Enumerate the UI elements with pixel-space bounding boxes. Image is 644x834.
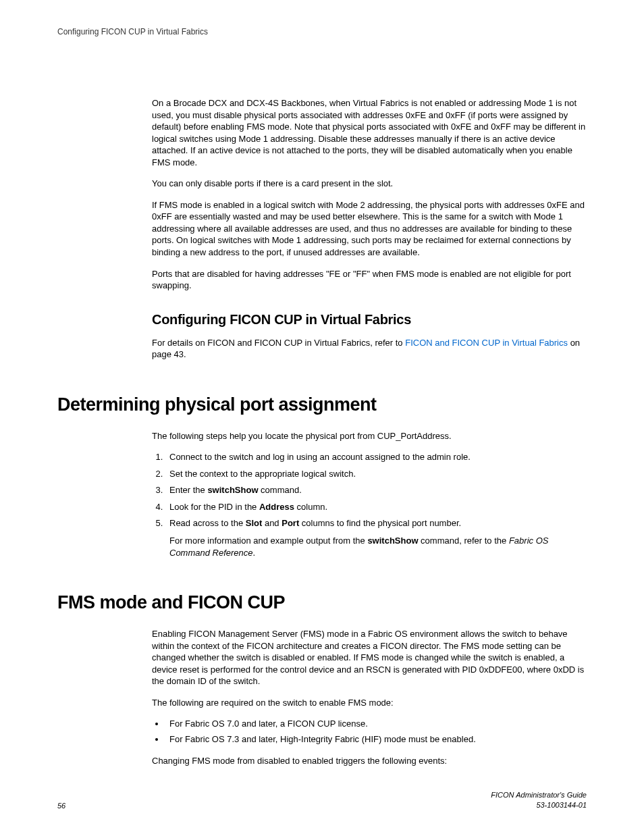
paragraph: If FMS mode is enabled in a logical swit… (152, 199, 587, 259)
section-heading-determining: Determining physical port assignment (57, 394, 587, 415)
paragraph: For details on FICON and FICON CUP in Vi… (152, 337, 587, 361)
text: and (262, 518, 281, 528)
step-5: Read across to the Slot and Port columns… (165, 517, 587, 558)
text: Read across to the (169, 518, 246, 528)
paragraph: Enabling FICON Management Server (FMS) m… (152, 628, 587, 687)
page-number: 56 (57, 802, 65, 810)
step-3: Enter the switchShow command. (165, 484, 587, 496)
text: column. (294, 502, 327, 512)
steps-list: Connect to the switch and log in using a… (152, 451, 587, 558)
paragraph: The following steps help you locate the … (152, 430, 587, 442)
text: . (253, 548, 256, 558)
column-name: Port (281, 518, 299, 528)
paragraph: Ports that are disabled for having addre… (152, 268, 587, 292)
text: Enter the (169, 485, 207, 495)
paragraph: You can only disable ports if there is a… (152, 178, 587, 190)
section-heading-fms: FMS mode and FICON CUP (57, 592, 587, 613)
section-heading-config: Configuring FICON CUP in Virtual Fabrics (152, 312, 587, 328)
footer-doc-info: FICON Administrator's Guide 53-1003144-0… (491, 790, 587, 810)
body-content: On a Brocade DCX and DCX-4S Backbones, w… (57, 97, 587, 766)
page-footer: 56 FICON Administrator's Guide 53-100314… (57, 790, 587, 810)
text: Look for the PID in the (169, 502, 259, 512)
doc-id: 53-1003144-01 (491, 800, 587, 810)
text: command. (259, 485, 302, 495)
text: For details on FICON and FICON CUP in Vi… (152, 338, 405, 348)
page-container: Configuring FICON CUP in Virtual Fabrics… (0, 0, 644, 834)
doc-title: FICON Administrator's Guide (491, 790, 587, 800)
step-note: For more information and example output … (169, 535, 587, 558)
paragraph: The following are required on the switch… (152, 697, 587, 709)
paragraph: On a Brocade DCX and DCX-4S Backbones, w… (152, 97, 587, 168)
running-header: Configuring FICON CUP in Virtual Fabrics (57, 27, 587, 36)
command-name: switchShow (207, 485, 258, 495)
column-name: Address (259, 502, 294, 512)
step-1: Connect to the switch and log in using a… (165, 451, 587, 463)
paragraph: Changing FMS mode from disabled to enabl… (152, 755, 587, 767)
command-name: switchShow (367, 536, 418, 546)
bullet-list: For Fabric OS 7.0 and later, a FICON CUP… (152, 718, 587, 745)
list-item: For Fabric OS 7.3 and later, High-Integr… (165, 733, 587, 746)
step-2: Set the context to the appropriate logic… (165, 468, 587, 480)
step-4: Look for the PID in the Address column. (165, 501, 587, 513)
xref-link[interactable]: FICON and FICON CUP in Virtual Fabrics (405, 338, 568, 348)
text: For more information and example output … (169, 536, 367, 546)
text: command, refer to the (419, 536, 509, 546)
text: columns to find the physical port number… (299, 518, 461, 528)
list-item: For Fabric OS 7.0 and later, a FICON CUP… (165, 718, 587, 730)
column-name: Slot (246, 518, 263, 528)
